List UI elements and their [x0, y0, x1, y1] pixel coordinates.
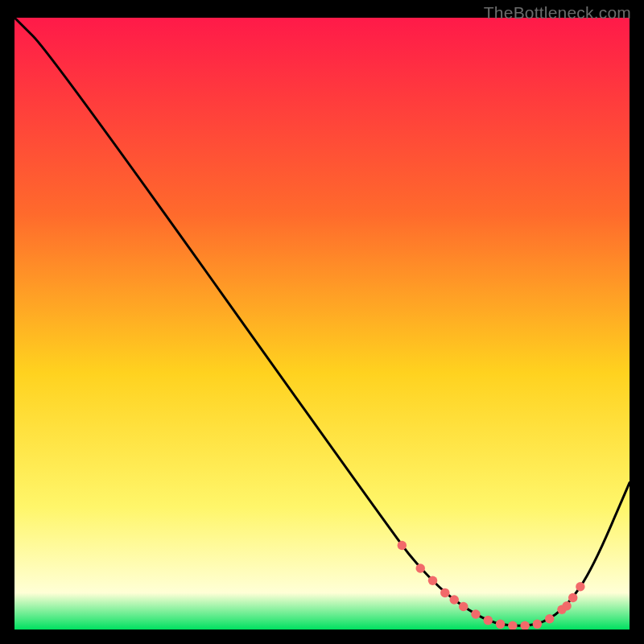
basin-marker: [459, 602, 468, 611]
chart-stage: TheBottleneck.com: [0, 0, 644, 644]
basin-marker: [428, 576, 437, 584]
gradient-background: [14, 18, 630, 630]
basin-marker: [440, 588, 449, 597]
basin-marker: [568, 593, 577, 602]
basin-marker: [416, 564, 425, 572]
basin-marker: [533, 620, 542, 629]
chart-svg: [14, 18, 630, 630]
basin-marker: [562, 601, 571, 610]
basin-marker: [398, 541, 407, 550]
basin-marker: [450, 595, 459, 604]
watermark-text: TheBottleneck.com: [484, 3, 631, 23]
basin-marker: [471, 609, 480, 618]
plot-area: [14, 18, 630, 630]
basin-marker: [545, 614, 554, 623]
basin-marker: [496, 620, 505, 629]
basin-marker: [484, 616, 493, 625]
basin-marker: [576, 582, 584, 591]
